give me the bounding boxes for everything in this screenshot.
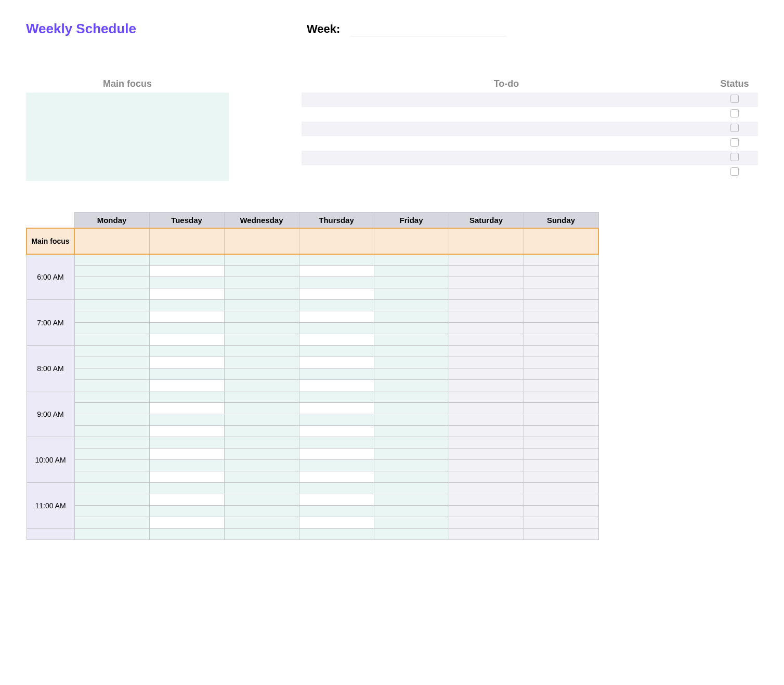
schedule-slot[interactable] xyxy=(224,494,299,506)
schedule-slot[interactable] xyxy=(299,426,374,437)
schedule-slot[interactable] xyxy=(524,391,598,403)
schedule-slot[interactable] xyxy=(74,334,149,346)
schedule-slot[interactable] xyxy=(524,414,598,426)
schedule-slot[interactable] xyxy=(74,266,149,277)
schedule-slot[interactable] xyxy=(299,300,374,311)
schedule-slot[interactable] xyxy=(449,403,524,414)
schedule-slot[interactable] xyxy=(449,483,524,494)
schedule-slot[interactable] xyxy=(374,357,449,368)
schedule-slot[interactable] xyxy=(149,506,224,517)
schedule-slot[interactable] xyxy=(299,346,374,357)
schedule-slot[interactable] xyxy=(299,254,374,266)
schedule-slot[interactable] xyxy=(299,368,374,380)
schedule-slot[interactable] xyxy=(74,471,149,483)
schedule-slot[interactable] xyxy=(449,449,524,460)
schedule-slot[interactable] xyxy=(374,391,449,403)
schedule-slot[interactable] xyxy=(299,380,374,391)
schedule-slot[interactable] xyxy=(449,254,524,266)
schedule-slot[interactable] xyxy=(74,300,149,311)
schedule-slot[interactable] xyxy=(224,266,299,277)
schedule-slot[interactable] xyxy=(374,288,449,300)
schedule-slot[interactable] xyxy=(374,334,449,346)
schedule-slot[interactable] xyxy=(74,426,149,437)
schedule-slot[interactable] xyxy=(149,346,224,357)
schedule-slot[interactable] xyxy=(524,254,598,266)
schedule-slot[interactable] xyxy=(224,517,299,529)
schedule-slot[interactable] xyxy=(299,494,374,506)
schedule-slot[interactable] xyxy=(224,277,299,288)
schedule-slot[interactable] xyxy=(449,494,524,506)
schedule-slot[interactable] xyxy=(374,346,449,357)
schedule-slot[interactable] xyxy=(149,266,224,277)
schedule-slot[interactable] xyxy=(224,437,299,449)
schedule-slot[interactable] xyxy=(449,300,524,311)
schedule-slot[interactable] xyxy=(299,460,374,471)
schedule-slot[interactable] xyxy=(224,529,299,540)
schedule-slot[interactable] xyxy=(374,277,449,288)
schedule-slot[interactable] xyxy=(74,391,149,403)
schedule-slot[interactable] xyxy=(74,483,149,494)
schedule-slot[interactable] xyxy=(374,494,449,506)
todo-checkbox[interactable] xyxy=(730,138,739,147)
schedule-slot[interactable] xyxy=(299,414,374,426)
schedule-slot[interactable] xyxy=(149,403,224,414)
schedule-slot[interactable] xyxy=(374,368,449,380)
schedule-slot[interactable] xyxy=(449,437,524,449)
schedule-slot[interactable] xyxy=(374,517,449,529)
schedule-slot[interactable] xyxy=(224,334,299,346)
schedule-slot[interactable] xyxy=(149,460,224,471)
schedule-slot[interactable] xyxy=(524,494,598,506)
schedule-slot[interactable] xyxy=(449,288,524,300)
schedule-slot[interactable] xyxy=(224,471,299,483)
schedule-slot[interactable] xyxy=(149,471,224,483)
schedule-slot[interactable] xyxy=(74,254,149,266)
schedule-slot[interactable] xyxy=(224,391,299,403)
schedule-slot[interactable] xyxy=(149,449,224,460)
schedule-slot[interactable] xyxy=(449,368,524,380)
schedule-slot[interactable] xyxy=(299,437,374,449)
schedule-slot[interactable] xyxy=(74,277,149,288)
schedule-slot[interactable] xyxy=(524,277,598,288)
schedule-slot[interactable] xyxy=(149,254,224,266)
todo-checkbox[interactable] xyxy=(730,109,739,117)
schedule-slot[interactable] xyxy=(74,311,149,323)
schedule-slot[interactable] xyxy=(374,300,449,311)
schedule-slot[interactable] xyxy=(524,449,598,460)
schedule-slot[interactable] xyxy=(449,471,524,483)
schedule-focus-cell[interactable] xyxy=(224,228,299,254)
schedule-slot[interactable] xyxy=(224,426,299,437)
schedule-slot[interactable] xyxy=(224,254,299,266)
schedule-slot[interactable] xyxy=(224,460,299,471)
schedule-slot[interactable] xyxy=(299,323,374,334)
schedule-focus-cell[interactable] xyxy=(374,228,449,254)
schedule-slot[interactable] xyxy=(74,403,149,414)
schedule-slot[interactable] xyxy=(299,403,374,414)
schedule-slot[interactable] xyxy=(524,483,598,494)
schedule-slot[interactable] xyxy=(524,288,598,300)
todo-checkbox[interactable] xyxy=(730,167,739,176)
schedule-slot[interactable] xyxy=(299,266,374,277)
schedule-slot[interactable] xyxy=(74,460,149,471)
schedule-focus-cell[interactable] xyxy=(149,228,224,254)
schedule-slot[interactable] xyxy=(524,334,598,346)
schedule-slot[interactable] xyxy=(224,449,299,460)
schedule-slot[interactable] xyxy=(299,506,374,517)
schedule-slot[interactable] xyxy=(449,277,524,288)
schedule-slot[interactable] xyxy=(374,380,449,391)
schedule-slot[interactable] xyxy=(299,449,374,460)
schedule-slot[interactable] xyxy=(524,506,598,517)
schedule-slot[interactable] xyxy=(449,414,524,426)
schedule-slot[interactable] xyxy=(299,517,374,529)
schedule-focus-cell[interactable] xyxy=(299,228,374,254)
schedule-slot[interactable] xyxy=(449,311,524,323)
schedule-slot[interactable] xyxy=(299,334,374,346)
schedule-slot[interactable] xyxy=(374,529,449,540)
week-input[interactable] xyxy=(350,22,506,36)
schedule-slot[interactable] xyxy=(224,288,299,300)
schedule-slot[interactable] xyxy=(149,288,224,300)
schedule-slot[interactable] xyxy=(74,449,149,460)
schedule-slot[interactable] xyxy=(149,311,224,323)
schedule-slot[interactable] xyxy=(149,334,224,346)
schedule-slot[interactable] xyxy=(299,357,374,368)
schedule-slot[interactable] xyxy=(224,506,299,517)
